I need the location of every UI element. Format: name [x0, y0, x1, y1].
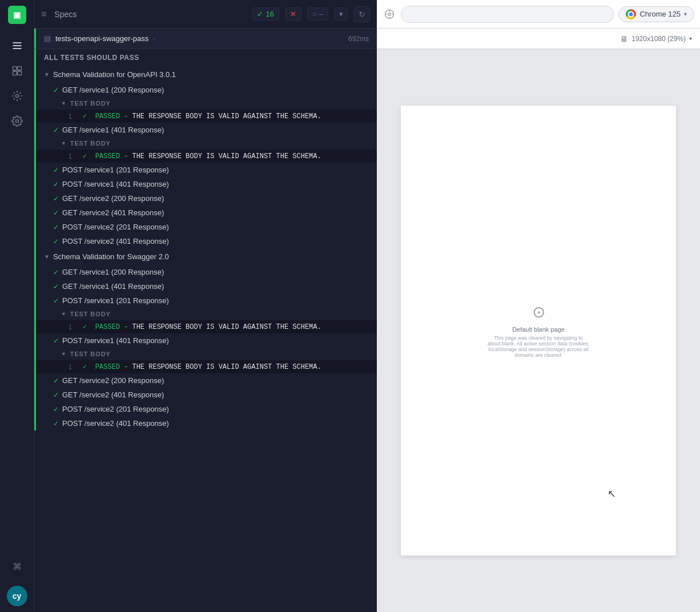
pass-check-icon: ✓	[53, 405, 59, 413]
test-body-4: ▼ TEST BODY 1 ✓ PASSED – THE RESPONSE BO…	[34, 348, 377, 373]
pass-check-icon: ✓	[53, 297, 59, 305]
test-label: GET /service1 (200 Response)	[62, 86, 164, 94]
cy-logo: cy	[7, 586, 27, 606]
test-row: ✓ GET /service2 (200 Response)	[34, 191, 377, 206]
fail-x-icon: ✕	[290, 10, 296, 18]
specs-label: Specs	[54, 10, 77, 19]
pass-check-icon: ✓	[53, 420, 59, 428]
svg-rect-3	[13, 67, 17, 71]
test-body-1: ▼ TEST BODY 1 ✓ PASSED – THE RESPONSE BO…	[34, 97, 377, 123]
blank-page-description: This page was cleared by navigating to a…	[481, 335, 596, 358]
resolution-chevron-icon: ▾	[689, 35, 692, 42]
sidebar-item-settings[interactable]	[7, 111, 27, 131]
code-line: 1 ✓ PASSED – THE RESPONSE BODY IS VALID …	[36, 150, 377, 163]
schema1-chevron-icon: ▼	[44, 71, 50, 78]
pass-count-value: 16	[265, 10, 273, 18]
test-label: POST /service2 (401 Response)	[62, 237, 169, 245]
left-sidebar: ▣ ⌘ cy	[0, 0, 34, 612]
file-name: ▤ tests-openapi-swagger-pass ·	[44, 34, 155, 43]
test-row: ✓ GET /service1 (200 Response)	[34, 265, 377, 279]
schema1-group: ▼ Schema Validation for OpenAPI 3.0.1 ✓ …	[34, 66, 377, 248]
pass-check-icon: ✓	[53, 223, 59, 231]
sidebar-item-tests[interactable]	[7, 61, 27, 81]
pass-check-icon: ✓	[53, 237, 59, 245]
test-body-chevron-icon: ▼	[61, 351, 67, 357]
test-content[interactable]: ▤ tests-openapi-swagger-pass · 692ms ALL…	[34, 29, 377, 612]
code-line: 1 ✓ PASSED – THE RESPONSE BODY IS VALID …	[36, 320, 377, 333]
test-row: ✓ POST /service2 (401 Response)	[34, 416, 377, 430]
test-label: GET /service2 (401 Response)	[62, 390, 164, 399]
pass-check-icon: ✓	[53, 195, 59, 203]
test-label: POST /service2 (201 Response)	[62, 405, 169, 413]
sidebar-item-debug[interactable]	[7, 86, 27, 106]
top-bar: ≡ Specs ✓ 16 ✕ ○ – ▾ ↻	[34, 0, 377, 29]
chevron-down-icon: ▾	[339, 10, 343, 18]
chrome-icon	[626, 9, 636, 19]
schema2-label: Schema Validation for Swagger 2.0	[53, 252, 169, 261]
menu-icon: ≡	[41, 9, 46, 19]
svg-point-8	[15, 120, 18, 123]
pass-check-icon: ✓	[53, 126, 59, 134]
keyboard-shortcut-icon[interactable]: ⌘	[7, 556, 27, 577]
app-logo: ▣	[8, 6, 26, 24]
blank-page-icon: ⊙	[532, 303, 545, 321]
test-label: POST /service2 (201 Response)	[62, 223, 169, 231]
test-body-label: TEST BODY	[70, 100, 111, 107]
refresh-button[interactable]: ↻	[354, 6, 370, 22]
test-body-header[interactable]: ▼ TEST BODY	[36, 348, 377, 360]
target-icon	[383, 7, 396, 21]
test-row: ✓ GET /service2 (401 Response)	[34, 206, 377, 220]
test-row: ✓ GET /service1 (200 Response)	[34, 83, 377, 97]
test-label: POST /service1 (201 Response)	[62, 166, 169, 174]
line-number: 1	[68, 363, 77, 371]
resolution-text: 1920x1080 (29%)	[631, 35, 686, 43]
test-body-header[interactable]: ▼ TEST BODY	[36, 308, 377, 320]
chrome-browser-badge[interactable]: Chrome 125 ▾	[618, 6, 694, 22]
test-row: ✓ POST /service1 (401 Response)	[34, 177, 377, 191]
line-number: 1	[68, 112, 77, 120]
browser-page: ⊙ Default blank page This page was clear…	[401, 106, 675, 556]
test-body-header[interactable]: ▼ TEST BODY	[36, 97, 377, 110]
test-label: GET /service1 (401 Response)	[62, 126, 164, 134]
pass-check-icon: ✓	[53, 166, 59, 174]
sidebar-bottom-icons: ⌘ cy	[7, 556, 27, 606]
test-row: ✓ POST /service1 (201 Response)	[34, 293, 377, 308]
monitor-icon: 🖥	[620, 34, 628, 43]
resolution-badge[interactable]: 🖥 1920x1080 (29%) ▾	[620, 34, 692, 43]
url-bar[interactable]	[401, 6, 614, 23]
browser-secondary-bar: 🖥 1920x1080 (29%) ▾	[377, 29, 700, 49]
passed-text: ✓ PASSED – THE RESPONSE BODY IS VALID AG…	[83, 112, 321, 120]
test-row: ✓ POST /service2 (201 Response)	[34, 402, 377, 416]
main-panel: ≡ Specs ✓ 16 ✕ ○ – ▾ ↻ ▤ tests-openapi-s…	[34, 0, 377, 612]
file-dot-indicator: ·	[153, 34, 155, 43]
sidebar-item-specs[interactable]	[7, 35, 27, 56]
pass-check-icon: ✓	[53, 86, 59, 94]
browser-viewport: ⊙ Default blank page This page was clear…	[377, 49, 700, 612]
test-row: ✓ GET /service1 (401 Response)	[34, 279, 377, 293]
test-row: ✓ POST /service2 (201 Response)	[34, 220, 377, 234]
svg-rect-4	[17, 67, 21, 71]
code-line: 1 ✓ PASSED – THE RESPONSE BODY IS VALID …	[36, 110, 377, 123]
test-body-header[interactable]: ▼ TEST BODY	[36, 137, 377, 150]
file-header: ▤ tests-openapi-swagger-pass · 692ms	[34, 29, 377, 49]
schema1-title[interactable]: ▼ Schema Validation for OpenAPI 3.0.1	[34, 66, 377, 83]
fail-count-badge: ✕	[285, 7, 301, 21]
browser-toolbar: Chrome 125 ▾	[377, 0, 700, 29]
filter-dropdown[interactable]: ▾	[334, 7, 348, 21]
test-body-label: TEST BODY	[70, 311, 111, 317]
schema1-label: Schema Validation for OpenAPI 3.0.1	[53, 70, 176, 79]
blank-page-title: Default blank page	[512, 326, 565, 333]
browser-panel: Chrome 125 ▾ 🖥 1920x1080 (29%) ▾ ⊙ Defau…	[377, 0, 700, 612]
pending-count-badge: ○ –	[307, 7, 328, 21]
svg-point-10	[388, 13, 391, 15]
test-row: ✓ POST /service2 (401 Response)	[34, 234, 377, 248]
test-label: GET /service1 (200 Response)	[62, 268, 164, 276]
schema2-title[interactable]: ▼ Schema Validation for Swagger 2.0	[34, 248, 377, 265]
test-label: POST /service2 (401 Response)	[62, 419, 169, 428]
test-row: ✓ GET /service2 (200 Response)	[34, 373, 377, 388]
test-row: ✓ POST /service1 (201 Response)	[34, 163, 377, 177]
test-label: POST /service1 (401 Response)	[62, 336, 169, 345]
chrome-badge-label: Chrome 125	[639, 10, 681, 18]
test-row: ✓ GET /service1 (401 Response)	[34, 123, 377, 137]
browser-dropdown-chevron-icon: ▾	[684, 11, 687, 17]
